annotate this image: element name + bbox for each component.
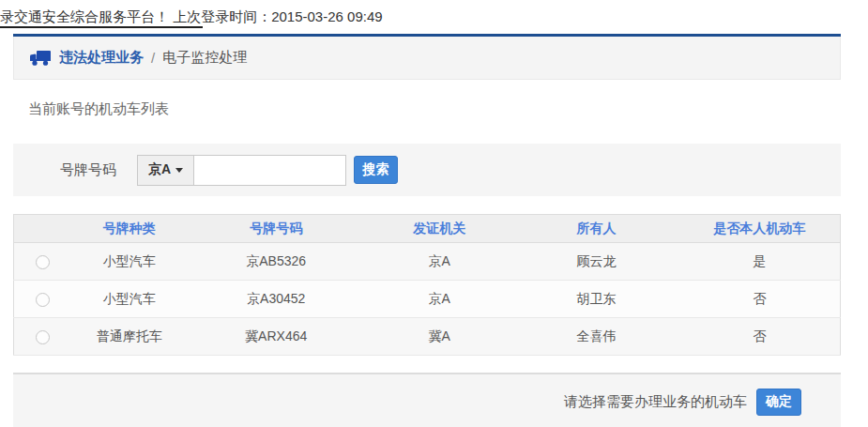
col-header-owner: 所有人 [513, 215, 678, 243]
cell-is-own: 是 [679, 243, 841, 281]
search-bar: 号牌号码 京A 搜索 [13, 144, 841, 196]
plate-number-label: 号牌号码 [60, 161, 116, 179]
col-header-is-own-vehicle: 是否本人机动车 [679, 215, 841, 243]
breadcrumb-separator: / [151, 50, 155, 66]
footer-prompt: 请选择需要办理业务的机动车 [564, 393, 747, 411]
welcome-text: 录交通安全综合服务平台！ 上次登录时间：2015-03-26 09:49 [0, 8, 383, 24]
col-header-issuing-authority: 发证机关 [365, 215, 514, 243]
table-row: 小型汽车 京A30452 京A 胡卫东 否 [14, 281, 841, 318]
footer-bar: 请选择需要办理业务的机动车 确定 [13, 373, 841, 427]
radio-column-header [14, 215, 72, 243]
breadcrumb-current: 电子监控处理 [162, 49, 247, 67]
breadcrumb-parent-link[interactable]: 违法处理业务 [59, 49, 144, 67]
top-divider-segment [0, 26, 203, 28]
cell-owner: 顾云龙 [513, 243, 678, 281]
table-row: 普通摩托车 冀ARX464 冀A 全喜伟 否 [14, 318, 841, 356]
cell-is-own: 否 [679, 318, 841, 356]
cell-owner: 胡卫东 [513, 281, 678, 318]
vehicle-table: 号牌种类 号牌号码 发证机关 所有人 是否本人机动车 小型汽车 京AB5326 … [13, 214, 841, 356]
plate-prefix-dropdown[interactable]: 京A [137, 155, 193, 186]
plate-prefix-value: 京A [148, 161, 171, 178]
topbar: 录交通安全综合服务平台！ 上次登录时间：2015-03-26 09:49 [0, 0, 868, 34]
col-header-plate-type: 号牌种类 [71, 215, 187, 243]
cell-plate-type: 小型汽车 [71, 243, 187, 281]
confirm-button[interactable]: 确定 [756, 389, 801, 416]
cell-plate-number: 京A30452 [187, 281, 364, 318]
cell-plate-type: 小型汽车 [71, 281, 187, 318]
cell-is-own: 否 [679, 281, 841, 318]
cell-plate-type: 普通摩托车 [71, 318, 187, 356]
col-header-plate-number: 号牌号码 [187, 215, 364, 243]
plate-number-input[interactable] [193, 155, 346, 186]
row-radio[interactable] [36, 293, 50, 307]
main-content: 违法处理业务 / 电子监控处理 当前账号的机动车列表 号牌号码 京A 搜索 号牌… [13, 34, 841, 427]
table-header-row: 号牌种类 号牌号码 发证机关 所有人 是否本人机动车 [14, 215, 841, 243]
page-title: 当前账号的机动车列表 [28, 100, 841, 118]
cell-plate-number: 京AB5326 [187, 243, 364, 281]
cell-plate-number: 冀ARX464 [187, 318, 364, 356]
search-button[interactable]: 搜索 [354, 156, 398, 184]
cell-issuing-authority: 冀A [365, 318, 514, 356]
cell-owner: 全喜伟 [513, 318, 678, 356]
table-row: 小型汽车 京AB5326 京A 顾云龙 是 [14, 243, 841, 281]
cell-issuing-authority: 京A [365, 281, 514, 318]
truck-icon [29, 50, 52, 67]
cell-issuing-authority: 京A [365, 243, 514, 281]
row-radio[interactable] [36, 330, 50, 344]
breadcrumb: 违法处理业务 / 电子监控处理 [13, 37, 841, 80]
row-radio[interactable] [36, 255, 50, 269]
chevron-down-icon [175, 168, 183, 173]
